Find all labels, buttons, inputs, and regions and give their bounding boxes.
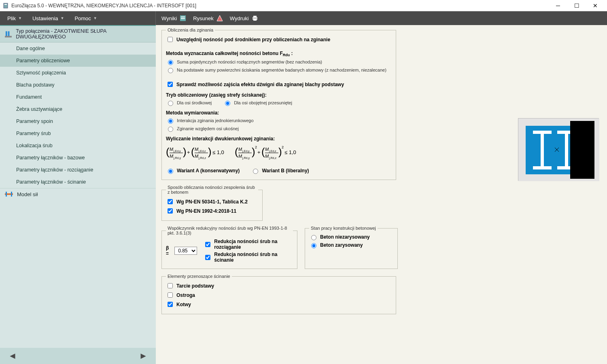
svg-text:2: 2 [255,145,257,149]
radio-zginanie-ukosne[interactable]: Zginanie względem osi ukośnej [166,125,392,132]
group-obliczenia-zginania: Obliczenia dla zginania Uwzględnij nośno… [161,28,396,180]
group-title: Obliczenia dla zginania [166,28,215,32]
sidebar-item[interactable]: Lokalizacja śrub [0,140,156,152]
svg-rect-4 [181,18,185,19]
radio-suma-pojedynczych[interactable]: Suma pojedynczych nośności rozłącznych s… [166,59,392,65]
window-title: EuroZłącza 5.0 - WEWNĘTRZNA, NIEKOMERCYJ… [11,3,549,8]
results-icon [179,15,187,22]
sidebar-item[interactable]: Parametry łączników - bazowe [0,152,156,164]
group-elementy-scinanie: Elementy przenoszące ścinanie Tarcie pod… [161,274,396,314]
sidebar-item[interactable]: Żebra usztywniające [0,103,156,115]
svg-text:M: M [238,147,242,152]
chevron-down-icon: ▼ [60,16,64,20]
sidebar-item[interactable]: Blacha podstawy [0,79,156,91]
sidebar: Typ połączenia - ZAKOTWIENIE SŁUPA DWUGA… [0,25,156,364]
sidebar-section-model-sil[interactable]: Model sił [0,188,156,200]
close-button[interactable]: ✕ [586,0,605,11]
maximize-button[interactable]: ☐ [567,0,586,11]
svg-text:): ) [183,146,187,158]
sidebar-item[interactable]: Parametry śrub [0,127,156,140]
radio-na-podstawie-sumy[interactable]: Na podstawie sumy powierzchni ściskania … [166,67,392,73]
svg-rect-53 [541,131,544,169]
group-sposob-obliczania-zespolenia: Sposób obliczania nośności zespolenia śr… [161,185,263,221]
sidebar-item[interactable]: Parametry łączników - ścinanie [0,176,156,188]
checkbox-tarcie-podstawy[interactable]: Tarcie podstawy [166,282,392,290]
nav-prev-button[interactable]: ◄ [8,351,17,361]
checkbox-pn-en-50341[interactable]: Wg PN-EN 50341-1, Tablica K.2 [166,198,258,205]
checkbox-redukcja-scinanie[interactable]: Redukcja nośności śrub na ścinanie [204,252,293,263]
svg-text:j,Rd,y: j,Rd,y [242,157,250,160]
radio-beton-niezarysowany[interactable]: Beton niezarysowany [309,234,393,240]
checkbox-ostroga[interactable]: Ostroga [166,291,392,299]
heading-metoda-wyznaczania: Metoda wyznaczania całkowitej nośności b… [166,51,392,57]
app-icon [2,2,9,9]
print-icon [251,15,259,22]
radio-wariant-a[interactable]: Wariant A (konserwatywny) [166,167,240,174]
heading-tryb-obliczeniowy: Tryb obliczeniowy (zasięg strefy ściskan… [166,92,392,98]
svg-rect-14 [11,192,12,197]
svg-text:): ) [208,146,212,158]
group-title: Stan pracy konstrukcji betonowej [309,226,378,231]
interaction-formula: ( Mj,Ed,y Mj,Rd,y ) + ( Mj,Ed,z Mj,Rd,z … [166,144,392,163]
svg-text:j,Ed,z: j,Ed,z [198,150,206,153]
svg-text:j,Rd,y: j,Rd,y [173,157,181,160]
model-forces-icon [5,191,13,197]
menubar: Plik▼ Ustawienia▼ Pomoc▼ Wyniki Rysunek … [0,11,607,25]
checkbox-efekt-dzwigni[interactable]: Sprawdź możliwość zajścia efektu dźwigni… [166,80,392,88]
svg-marker-5 [217,15,223,21]
sidebar-item[interactable]: Fundament [0,91,156,103]
svg-text:≤ 1,0: ≤ 1,0 [212,149,224,155]
group-wspolczynnik-redukcyjny: Współczynnik redukcyjny nośności śrub wg… [161,226,297,269]
beta-select[interactable]: 0.85 [174,247,197,255]
sidebar-item[interactable]: Dane ogólne [0,42,156,55]
minimize-button[interactable]: ─ [549,0,567,11]
radio-os-obojetna[interactable]: Dla osi obojętnej przesuniętej [223,99,292,106]
svg-text:M: M [265,154,269,159]
sidebar-item[interactable]: Parametry spoin [0,115,156,127]
toolbar-rysunek[interactable]: Rysunek [191,13,225,23]
sidebar-item[interactable]: Parametry obliczeniowe [0,55,156,67]
checkbox-kotwy[interactable]: Kotwy [166,301,392,308]
svg-text:j,Rd,z: j,Rd,z [198,157,206,160]
svg-rect-1 [4,4,7,5]
nav-next-button[interactable]: ► [139,351,148,361]
toolbar-wydruki[interactable]: Wydruki [228,13,260,23]
svg-text:M: M [265,147,269,152]
svg-rect-13 [6,192,7,197]
sidebar-header[interactable]: Typ połączenia - ZAKOTWIENIE SŁUPA DWUGA… [0,25,156,42]
svg-text:(: ( [166,146,170,158]
content-panel: Obliczenia dla zginania Uwzględnij nośno… [156,25,607,364]
checkbox-pn-en-1992-4[interactable]: Wg PN-EN 1992-4:2018-11 [166,207,258,215]
sidebar-nav: ◄ ► [0,348,156,364]
radio-wariant-b[interactable]: Wariant B (liberalny) [251,167,309,174]
svg-text:M: M [195,147,199,152]
svg-text:M: M [195,154,199,159]
beta-label: β = [166,245,172,256]
svg-text:M: M [170,147,174,152]
svg-rect-11 [5,36,12,38]
svg-rect-8 [253,19,257,21]
titlebar: EuroZłącza 5.0 - WEWNĘTRZNA, NIEKOMERCYJ… [0,0,607,11]
svg-rect-7 [253,16,257,17]
svg-rect-3 [181,17,185,17]
menu-ustawienia[interactable]: Ustawienia▼ [29,14,68,23]
checkbox-redukcja-rozciaganie[interactable]: Redukcja nośności śrub na rozciąganie [204,239,293,250]
svg-text:M: M [238,154,242,159]
menu-plik[interactable]: Plik▼ [4,14,25,23]
sidebar-list: Dane ogólneParametry obliczenioweSztywno… [0,42,156,188]
radio-os-srodkowa[interactable]: Dla osi środkowej [166,99,212,106]
connection-type-icon [5,30,12,38]
svg-rect-9 [6,31,7,36]
group-title: Elementy przenoszące ścinanie [166,274,232,279]
radio-beton-zarysowany[interactable]: Beton zarysowany [309,242,393,248]
sidebar-item[interactable]: Parametry łączników - rozciąganie [0,164,156,176]
radio-interakcja-jednokierunkowa[interactable]: Interakcja zginania jednokierunkowego [166,117,392,124]
svg-rect-57 [570,121,594,179]
menu-pomoc[interactable]: Pomoc▼ [71,14,100,23]
chevron-down-icon: ▼ [18,16,22,20]
checkbox-uwzglednij-nosnosc[interactable]: Uwzględnij nośność pod środnikiem przy o… [166,36,392,43]
toolbar-wyniki[interactable]: Wyniki [160,13,188,23]
svg-text:j,Ed,z: j,Ed,z [269,150,276,153]
sidebar-item[interactable]: Sztywność połączenia [0,67,156,79]
svg-text:j,Ed,y: j,Ed,y [173,150,181,153]
